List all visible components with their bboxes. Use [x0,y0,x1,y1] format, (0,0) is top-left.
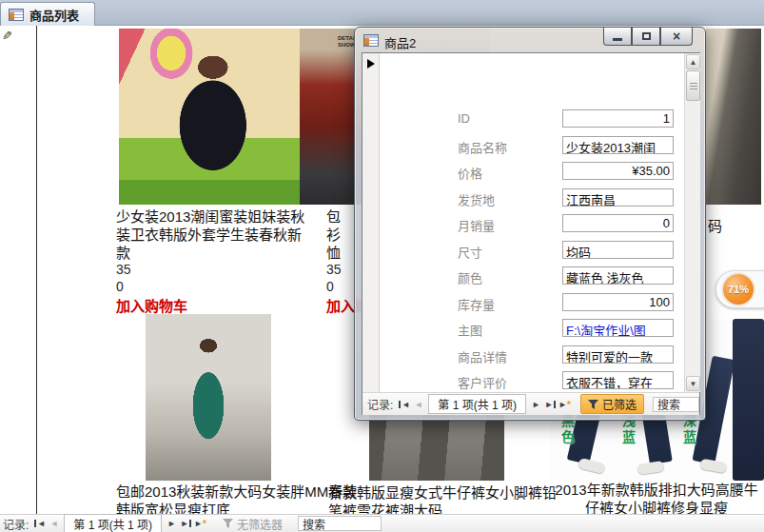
shoe [637,461,664,475]
record-label: 记录: [367,396,393,412]
shoe [699,459,727,474]
edit-record-pencil-icon: ✎ [2,29,12,43]
record-position: 第 1 项(共 1 项) [64,514,162,532]
scrollbar-grip-icon [690,83,697,89]
product1-sales: 0 [116,279,124,294]
funnel-icon [223,519,233,528]
dialog-form-area: ID1 商品名称少女装2013潮闺 价格¥35.00 发货地江西南昌 月销量0 … [362,52,700,415]
filter-status-button[interactable]: 已筛选 [580,394,644,414]
tab-label: 商品列表 [29,6,79,24]
field-label-product-name: 商品名称 [458,138,507,156]
product1-add-to-cart-link[interactable]: 加入购物车 [116,295,187,315]
new-record-star-icon: * [567,399,571,410]
scrollbar-thumb[interactable] [686,70,700,101]
current-record-arrow-icon [367,59,375,69]
field-input-product-name[interactable]: 少女装2013潮闺 [562,136,674,154]
access-main-window: 商品列表 ✎ 少女装2013潮闺蜜装姐妹装秋装卫衣韩版外套学生装春秋新款 35 … [0,0,764,532]
product2-sales: 0 [326,279,334,294]
product6-title: 2013年新款韩版排扣大码高腰牛仔裤女小脚裤修身显瘦 [548,481,764,517]
field-input-customer-review[interactable]: 衣服不错，穿在 [562,371,674,389]
form-icon [9,9,24,21]
bar-icon [554,401,556,408]
first-record-button[interactable]: ◄ [397,400,411,409]
close-button[interactable]: × [660,28,693,46]
field-input-price[interactable]: ¥35.00 [562,162,674,180]
dialog-form-icon [363,34,379,47]
record-selector-divider [36,26,37,514]
next-record-button[interactable]: ► [165,519,179,528]
field-input-product-detail[interactable]: 特别可爱的一款 [562,345,674,364]
main-record-search-box[interactable]: 搜索 [298,516,382,531]
field-input-ship-origin[interactable]: 江西南昌 [562,188,674,207]
shoe [578,458,606,474]
filter-status-button[interactable]: 无筛选器 [216,515,289,532]
main-record-navigator: 记录: ◄ ◄ 第 1 项(共 1 项) ► ► ►* 无筛选器 搜索 [0,514,764,532]
new-record-star-icon: * [203,518,206,529]
product4-image[interactable] [146,314,271,481]
window-buttons: × [603,28,693,46]
minimize-button[interactable] [603,28,632,46]
close-icon: × [673,30,680,43]
bar-icon [34,520,36,527]
product3-image[interactable] [706,29,761,205]
record-position: 第 1 项(共 1 项) [428,394,526,414]
field-label-customer-review: 客户评价 [458,373,507,391]
search-label: 搜索 [303,516,325,532]
record-label: 记录: [3,516,29,532]
field-label-monthly-sales: 月销量 [458,216,495,234]
minimize-icon [613,38,622,41]
dialog-scrollbar[interactable]: ▲ ▼ [684,53,700,392]
dialog-product2: 商品2 × ID1 商品名称少女装2013潮闺 价格¥35.00 发货地江西南昌… [354,27,706,421]
product1-price: 35 [116,262,131,277]
scroll-up-button[interactable]: ▲ [686,54,700,69]
record-selector-strip[interactable] [362,53,380,392]
tab-product-list[interactable]: 商品列表 [0,2,95,26]
field-input-id[interactable]: 1 [562,109,674,128]
restore-button[interactable] [632,28,660,46]
field-label-stock: 库存量 [458,295,495,313]
dialog-record-search-box[interactable]: 搜索 [653,397,699,412]
last-record-button[interactable]: ► [543,400,558,409]
bar-icon [399,401,401,408]
field-input-size[interactable]: 均码 [562,241,674,259]
next-record-button[interactable]: ► [529,400,543,409]
field-label-ship-origin: 发货地 [458,190,495,208]
filter-status-label: 无筛选器 [237,516,283,532]
bar-icon [189,520,191,527]
product2-title: 包 衫 恤 [326,207,341,262]
field-input-color[interactable]: 藏蓝色 浅灰色 [562,266,674,285]
field-label-color: 颜色 [458,268,482,286]
jeans-leg [733,319,764,481]
field-input-main-image-link[interactable]: F:\淘宝作业\图 [562,319,674,337]
field-label-price: 价格 [458,164,482,182]
product1-image[interactable] [119,29,300,205]
document-tab-bar: 商品列表 [0,0,764,26]
dialog-title: 商品2 [384,33,416,51]
product3-title-fragment: 码 [708,217,722,235]
restore-icon [642,32,651,40]
field-input-stock[interactable]: 100 [562,293,674,311]
field-label-size: 尺寸 [458,243,482,261]
progress-badge[interactable]: 71% [721,272,755,306]
field-label-id: ID [458,111,470,126]
product1-title: 少女装2013潮闺蜜装姐妹装秋装卫衣韩版外套学生装春秋新款 [116,207,314,262]
new-record-button[interactable]: ►* [558,399,572,410]
scroll-down-button[interactable]: ▼ [686,376,700,391]
first-record-button[interactable]: ◄ [32,519,47,528]
field-label-product-detail: 商品详情 [458,347,507,365]
product2-price: 35 [326,262,342,277]
previous-record-button[interactable]: ◄ [411,400,425,409]
previous-record-button[interactable]: ◄ [47,519,61,528]
search-label: 搜索 [657,396,680,412]
filter-status-label: 已筛选 [602,396,637,412]
dialog-record-navigator: 记录: ◄ ◄ 第 1 项(共 1 项) ► ► ►* 已筛选 搜索 [362,392,699,415]
field-input-monthly-sales[interactable]: 0 [562,214,674,232]
field-label-main-image: 主图 [458,321,482,339]
funnel-icon [588,400,598,409]
new-record-button[interactable]: ►* [193,518,207,529]
last-record-button[interactable]: ► [179,519,193,528]
